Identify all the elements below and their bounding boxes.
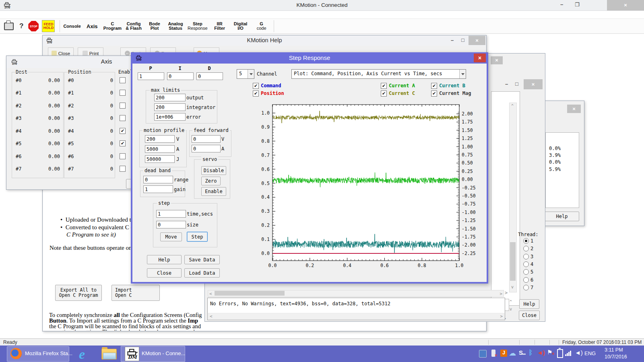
plot-type-select[interactable]: Plot: Command, Position, Axis Current vs… xyxy=(291,69,466,79)
scroll-left-icon[interactable]: < xyxy=(209,291,212,296)
chevron-down-icon[interactable] xyxy=(248,70,254,78)
cprog-close-button[interactable]: Close xyxy=(519,311,540,320)
thread-radio-6[interactable] xyxy=(523,277,529,283)
tray-java-icon[interactable]: J xyxy=(500,350,507,357)
percent-window-close-icon[interactable]: × xyxy=(567,105,581,113)
toolbar-button-iir[interactable]: IIRFilter xyxy=(209,19,230,33)
i-input[interactable]: 0 xyxy=(167,72,194,80)
feed-hold-icon[interactable]: FEEDHOLD xyxy=(42,20,55,32)
toolbar-button-console[interactable]: Console xyxy=(62,19,82,33)
close-icon[interactable]: × xyxy=(607,0,644,10)
trace-checkbox-current-b[interactable] xyxy=(431,83,437,89)
velocity-input[interactable]: 200 xyxy=(145,135,175,143)
scroll-right-icon[interactable]: > xyxy=(505,290,508,296)
move-button[interactable]: Move xyxy=(160,232,182,241)
background-window-close-icon[interactable]: × xyxy=(491,56,503,64)
tray-volume-icon[interactable]: ◄) xyxy=(575,349,583,356)
thread-radio-1[interactable] xyxy=(523,238,529,244)
scroll-left-icon[interactable]: < xyxy=(210,314,213,319)
trace-checkbox-position[interactable] xyxy=(253,90,259,97)
axis-enable-checkbox[interactable] xyxy=(120,90,126,96)
tray-s-icon[interactable]: S xyxy=(519,349,526,356)
percent-help-button[interactable]: Help xyxy=(545,212,579,221)
axis-enable-checkbox[interactable] xyxy=(120,77,126,83)
thread-radio-5[interactable] xyxy=(523,269,529,275)
servo-disable-button[interactable]: Disable xyxy=(201,166,226,175)
tray-clock-date[interactable]: 10/7/2016 xyxy=(605,354,627,360)
servo-zero-button[interactable]: Zero xyxy=(201,177,221,185)
axis-enable-checkbox[interactable] xyxy=(120,153,126,159)
folder-icon[interactable] xyxy=(101,349,117,360)
servo-enable-button[interactable]: Enable xyxy=(201,187,226,196)
import-button[interactable]: ImportOpen C xyxy=(111,285,160,301)
console-hscrollbar[interactable]: < > xyxy=(208,290,504,297)
scroll-down-icon[interactable]: v xyxy=(511,285,514,289)
scroll-down-icon[interactable]: v xyxy=(510,307,512,311)
ff-v-input[interactable]: 0 xyxy=(192,135,221,143)
thread-radio-2[interactable] xyxy=(523,246,529,251)
tray-battery-icon[interactable] xyxy=(557,349,563,358)
export-all-button[interactable]: Export All toOpen C Program xyxy=(55,285,102,301)
save-data-button[interactable]: Save Data xyxy=(184,255,220,264)
tray-bluetooth-icon[interactable]: ᛒ xyxy=(528,349,533,357)
tray-phone-icon[interactable]: × xyxy=(491,350,495,357)
cprog-maximize-icon[interactable]: □ xyxy=(515,81,518,87)
kmotion-icon[interactable]: DM xyxy=(125,347,139,361)
scroll-right-icon[interactable]: > xyxy=(500,291,502,296)
toolbar-button-analog[interactable]: AnalogStatus xyxy=(165,19,186,33)
toolbar-button-g[interactable]: Gcode xyxy=(251,19,272,33)
trace-checkbox-command[interactable] xyxy=(253,83,259,89)
max-output-input[interactable]: 200 xyxy=(154,94,186,101)
trace-checkbox-current-a[interactable] xyxy=(381,83,387,89)
chevron-down-icon[interactable] xyxy=(459,70,466,78)
max-integrator-input[interactable]: 200 xyxy=(154,103,186,111)
cprog-minimize-icon[interactable]: – xyxy=(505,81,508,87)
toolbar-button-bode[interactable]: BodePlot xyxy=(144,19,165,33)
scroll-up-icon[interactable]: ^ xyxy=(511,104,514,108)
scroll-up-icon[interactable]: ^ xyxy=(510,300,512,304)
sr-close-button[interactable]: Close xyxy=(147,268,182,278)
ie-icon[interactable]: e xyxy=(79,347,93,360)
help-minimize-icon[interactable]: – xyxy=(451,37,454,43)
dead-band-range-input[interactable]: 0 xyxy=(143,176,173,183)
toolbar-button-step[interactable]: StepResponse xyxy=(186,19,209,33)
step-response-close-icon[interactable]: × xyxy=(474,53,486,62)
tray-flag-icon[interactable]: ⚑× xyxy=(547,349,552,356)
toolbar-button-axis[interactable]: Axis xyxy=(83,19,102,33)
toolbar-button-c[interactable]: CProgram xyxy=(102,19,123,33)
help-icon[interactable]: ? xyxy=(19,22,23,30)
restore-icon[interactable]: ❐ xyxy=(575,2,580,8)
axis-enable-checkbox[interactable] xyxy=(120,128,126,134)
help-close-icon[interactable]: × xyxy=(469,36,485,45)
firefox-icon[interactable] xyxy=(10,348,22,359)
console-hscroll-thumb[interactable] xyxy=(215,291,285,296)
tray-cloud-icon[interactable]: ☁ xyxy=(509,349,516,358)
stop-icon[interactable]: STOP xyxy=(28,21,39,31)
jerk-input[interactable]: 50000 xyxy=(145,155,175,163)
axis-enable-checkbox[interactable] xyxy=(120,115,126,121)
help-maximize-icon[interactable]: □ xyxy=(461,37,464,43)
cprog-help-button[interactable]: Help xyxy=(519,299,539,309)
cprog-vscrollbar[interactable]: ^ v xyxy=(509,103,517,292)
thread-radio-4[interactable] xyxy=(523,261,529,267)
print-icon[interactable] xyxy=(4,23,14,30)
step-size-input[interactable]: 0 xyxy=(156,221,186,228)
axis-enable-checkbox[interactable] xyxy=(120,140,126,146)
trace-checkbox-current-mag[interactable] xyxy=(431,90,437,97)
cprog-close-icon[interactable]: × xyxy=(524,79,543,89)
toolbar-button-digital[interactable]: DigitalI/O xyxy=(230,19,251,33)
load-data-button[interactable]: Load Data xyxy=(184,268,220,278)
sr-help-button[interactable]: Help xyxy=(147,255,182,264)
tray-ime-icon[interactable] xyxy=(479,350,487,358)
output-hscrollbar[interactable]: < > xyxy=(208,313,504,319)
p-input[interactable]: 1 xyxy=(138,72,164,80)
channel-select[interactable]: 5 xyxy=(237,69,254,79)
compile-output-box[interactable]: No Errors, No Warnings, text=4936, bss=0… xyxy=(207,298,505,320)
step-time-input[interactable]: 1 xyxy=(156,210,186,218)
ff-a-input[interactable]: 0 xyxy=(192,145,221,152)
d-input[interactable]: 0 xyxy=(196,72,223,80)
scroll-right-icon[interactable]: > xyxy=(500,314,503,319)
cprog-vscroll-thumb[interactable] xyxy=(510,242,516,281)
axis-enable-checkbox[interactable] xyxy=(120,166,126,172)
accel-input[interactable]: 5000 xyxy=(145,145,175,153)
